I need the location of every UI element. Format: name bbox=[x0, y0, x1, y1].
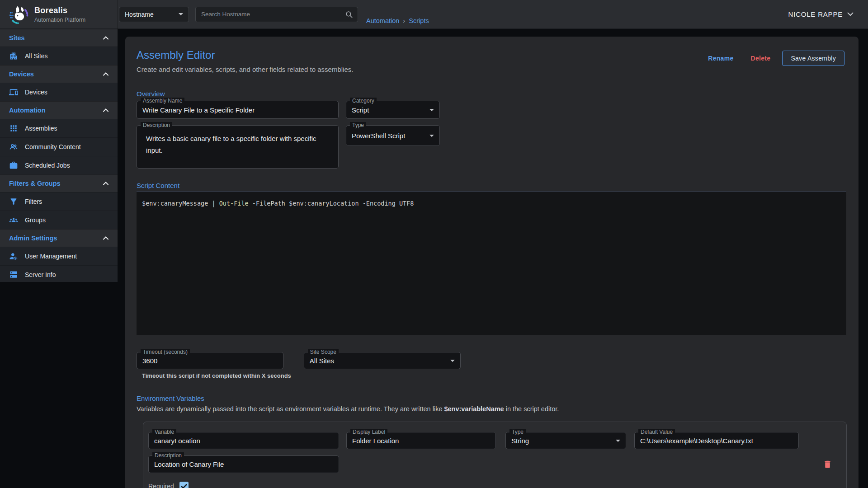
section-label: Devices bbox=[9, 70, 34, 78]
assembly-name-input[interactable] bbox=[142, 106, 333, 114]
variable-name-field[interactable]: Variable bbox=[148, 432, 339, 449]
sidebar-item-label: Server Info bbox=[25, 271, 56, 278]
groups-icon bbox=[9, 216, 18, 225]
chevron-down-icon bbox=[429, 109, 434, 111]
sidebar-item-server-info[interactable]: Server Info bbox=[0, 265, 118, 284]
overview-heading: Overview bbox=[137, 90, 847, 98]
timeout-field[interactable]: Timeout (seconds) bbox=[137, 352, 283, 369]
code-segment: -FilePath $env:canaryLocation -Encoding … bbox=[249, 200, 414, 207]
delete-button[interactable]: Delete bbox=[745, 51, 776, 66]
sidebar-section-automation[interactable]: Automation bbox=[0, 101, 118, 119]
manage-accounts-icon bbox=[9, 252, 18, 261]
default-value-input[interactable] bbox=[640, 437, 793, 445]
type-label: Type bbox=[350, 122, 366, 129]
chevron-up-icon bbox=[103, 72, 108, 76]
sidebar-section-admin-settings[interactable]: Admin Settings bbox=[0, 229, 118, 247]
page-subtitle: Create and edit variables, scripts, and … bbox=[137, 66, 353, 73]
hostname-select[interactable]: Hostname bbox=[119, 7, 189, 22]
sidebar-item-scheduled-jobs[interactable]: Scheduled Jobs bbox=[0, 156, 118, 174]
variable-description-input[interactable] bbox=[154, 460, 333, 468]
chevron-down-icon bbox=[179, 13, 183, 15]
site-scope-label: Site Scope bbox=[308, 349, 339, 356]
briefcase-icon bbox=[9, 161, 18, 170]
sidebar-item-groups[interactable]: Groups bbox=[0, 211, 118, 229]
timeout-label: Timeout (seconds) bbox=[141, 349, 190, 356]
sidebar-item-user-management[interactable]: User Management bbox=[0, 247, 118, 265]
filter-funnel-icon bbox=[9, 197, 18, 206]
breadcrumb-scripts[interactable]: Scripts bbox=[409, 17, 429, 24]
apps-grid-icon bbox=[9, 124, 18, 133]
variable-name-input[interactable] bbox=[154, 437, 333, 445]
code-segment: $env:canaryMessage | bbox=[142, 200, 219, 207]
breadcrumb-separator: › bbox=[403, 17, 405, 24]
variable-description-field[interactable]: Description bbox=[148, 455, 339, 473]
display-label-input[interactable] bbox=[352, 437, 490, 445]
section-label: Filters & Groups bbox=[9, 180, 61, 187]
display-label-label: Display Label bbox=[350, 429, 387, 436]
assembly-name-label: Assembly Name bbox=[141, 98, 184, 104]
topbar: Borealis Automation Platform Hostname Au… bbox=[0, 0, 868, 29]
save-assembly-button[interactable]: Save Assembly bbox=[782, 51, 844, 66]
type-value: PowerShell Script bbox=[352, 132, 405, 140]
apartment-icon bbox=[9, 52, 18, 61]
sidebar-item-filters[interactable]: Filters bbox=[0, 192, 118, 211]
page-title: Assembly Editor bbox=[137, 49, 353, 61]
variable-type-value: String bbox=[511, 437, 529, 445]
sidebar-item-assemblies[interactable]: Assemblies bbox=[0, 119, 118, 137]
variable-description-label: Description bbox=[152, 452, 184, 459]
code-line: $env:canaryMessage | Out-File -FilePath … bbox=[142, 200, 841, 207]
chevron-up-icon bbox=[103, 182, 108, 185]
sidebar-item-label: User Management bbox=[25, 253, 77, 260]
variable-type-select[interactable]: Type String bbox=[505, 432, 626, 449]
type-select[interactable]: Type PowerShell Script bbox=[346, 125, 440, 146]
devices-icon bbox=[9, 88, 18, 97]
breadcrumb-automation[interactable]: Automation bbox=[366, 17, 399, 24]
category-select[interactable]: Category Script bbox=[346, 101, 440, 119]
server-icon bbox=[9, 270, 18, 279]
description-label: Description bbox=[141, 122, 172, 129]
sidebar-item-label: Assemblies bbox=[25, 125, 57, 132]
description-field[interactable]: Description Writes a basic canary file t… bbox=[137, 125, 339, 169]
brand-name: Borealis bbox=[34, 6, 85, 15]
breadcrumb: Automation › Scripts bbox=[366, 17, 429, 28]
sidebar-item-label: Community Content bbox=[25, 143, 81, 150]
section-label: Admin Settings bbox=[9, 235, 57, 242]
section-label: Sites bbox=[9, 34, 25, 42]
env-desc-prefix: Variables are dynamically passed into th… bbox=[137, 405, 444, 413]
sidebar-item-devices[interactable]: Devices bbox=[0, 83, 118, 101]
sidebar-item-label: Scheduled Jobs bbox=[25, 162, 70, 169]
variable-type-label: Type bbox=[509, 429, 526, 436]
assembly-name-field[interactable]: Assembly Name bbox=[137, 101, 339, 119]
sidebar-section-devices[interactable]: Devices bbox=[0, 65, 118, 83]
sidebar: Sites All Sites Devices Devices Automati… bbox=[0, 29, 118, 282]
sidebar-section-filters-groups[interactable]: Filters & Groups bbox=[0, 174, 118, 192]
chevron-up-icon bbox=[103, 36, 108, 40]
script-code-editor[interactable]: $env:canaryMessage | Out-File -FilePath … bbox=[137, 192, 846, 335]
brand-subtitle: Automation Platform bbox=[34, 17, 85, 23]
assembly-editor-card: Assembly Editor Create and edit variable… bbox=[125, 37, 859, 488]
sidebar-section-sites[interactable]: Sites bbox=[0, 29, 118, 47]
user-name: NICOLE RAPPE bbox=[788, 10, 843, 18]
trash-icon bbox=[823, 460, 832, 469]
chevron-down-icon bbox=[616, 440, 620, 442]
timeout-helper-text: Timeout this script if not completed wit… bbox=[142, 372, 291, 379]
hostname-search bbox=[195, 7, 358, 22]
default-value-label: Default Value bbox=[638, 429, 675, 436]
chevron-down-icon bbox=[450, 360, 455, 362]
category-label: Category bbox=[350, 98, 377, 104]
sidebar-item-community-content[interactable]: Community Content bbox=[0, 137, 118, 156]
display-label-field[interactable]: Display Label bbox=[346, 432, 496, 449]
description-input[interactable]: Writes a basic canary file to a specific… bbox=[142, 126, 333, 168]
chevron-up-icon bbox=[103, 108, 108, 112]
default-value-field[interactable]: Default Value bbox=[634, 432, 799, 449]
rename-button[interactable]: Rename bbox=[703, 51, 739, 66]
sidebar-item-all-sites[interactable]: All Sites bbox=[0, 47, 118, 65]
search-input[interactable] bbox=[201, 11, 345, 18]
required-checkbox[interactable] bbox=[179, 482, 189, 488]
sidebar-item-label: Groups bbox=[25, 216, 46, 224]
user-menu[interactable]: NICOLE RAPPE bbox=[788, 10, 854, 18]
site-scope-select[interactable]: Site Scope All Sites bbox=[304, 352, 461, 369]
section-label: Automation bbox=[9, 107, 46, 114]
timeout-input[interactable] bbox=[142, 357, 278, 365]
delete-variable-button[interactable] bbox=[822, 460, 833, 470]
